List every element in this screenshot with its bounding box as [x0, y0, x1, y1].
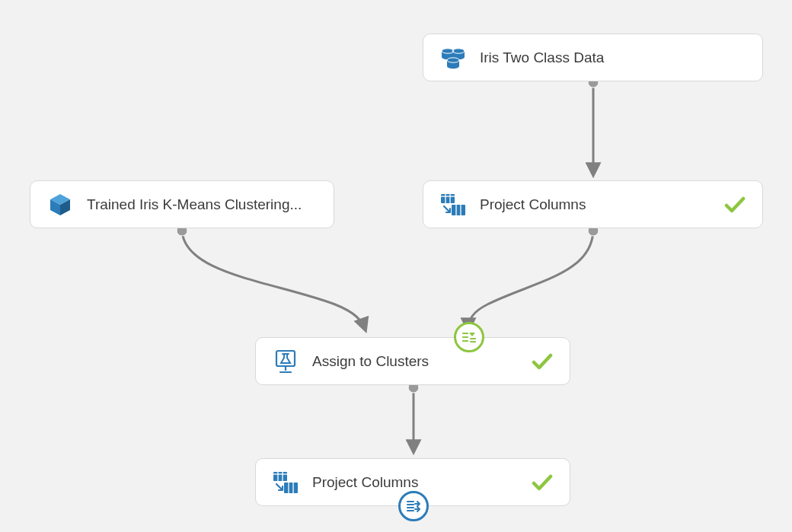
node-dataset-iris-two-class[interactable]: Iris Two Class Data [423, 33, 763, 81]
output-port-badge[interactable] [398, 491, 429, 521]
experiment-icon [273, 349, 299, 374]
svg-rect-35 [284, 483, 298, 493]
trained-model-icon [47, 192, 73, 218]
project-columns-icon [440, 192, 466, 218]
status-ok-icon [724, 194, 746, 215]
edge-project-columns-1-to-assign [468, 225, 599, 330]
svg-rect-22 [452, 205, 465, 215]
input-port-badge[interactable] [454, 322, 484, 352]
dataset-icon [440, 45, 466, 71]
edge-dataset-to-project-columns-1 [588, 77, 599, 175]
svg-point-14 [447, 63, 459, 68]
node-project-columns-1[interactable]: Project Columns [423, 180, 763, 228]
svg-rect-21 [441, 194, 455, 203]
node-trained-model[interactable]: Trained Iris K-Means Clustering... [30, 180, 334, 228]
status-ok-icon [532, 351, 553, 372]
node-label: Trained Iris K-Means Clustering... [87, 196, 317, 213]
node-label: Iris Two Class Data [480, 49, 746, 66]
edge-trained-model-to-assign [177, 225, 366, 330]
node-label: Assign to Clusters [312, 353, 519, 370]
node-assign-to-clusters[interactable]: Assign to Clusters [255, 337, 570, 385]
edge-assign-to-project-columns-2 [408, 382, 419, 452]
project-columns-icon [273, 470, 299, 495]
status-ok-icon [532, 472, 553, 493]
node-label: Project Columns [312, 474, 519, 491]
node-label: Project Columns [480, 196, 712, 213]
svg-rect-34 [273, 472, 287, 481]
